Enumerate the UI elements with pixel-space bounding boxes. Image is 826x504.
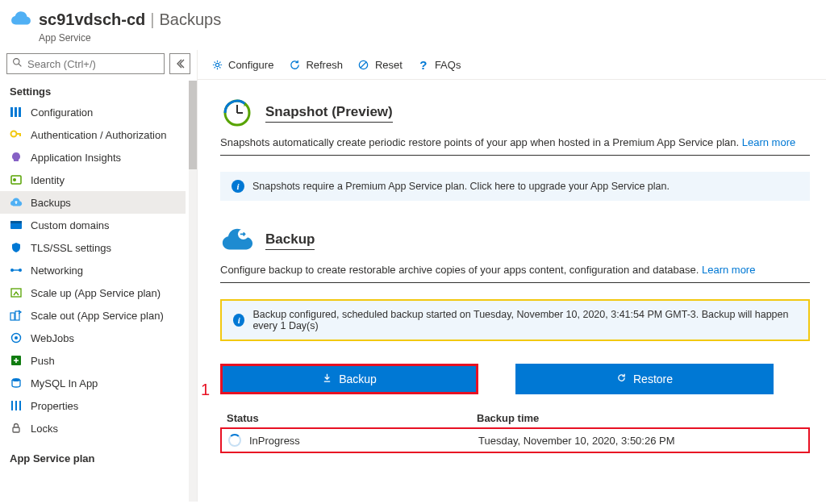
backup-info-text: Backup configured, scheduled backup star… [252,309,797,331]
resource-name: sc91vdsch-cd [39,10,145,29]
svg-rect-22 [11,401,13,410]
sidebar-section-settings: Settings [0,81,186,101]
svg-rect-25 [13,427,19,432]
sidebar-item-mysql[interactable]: MySQL In App [0,372,186,394]
sidebar-item-scaleup[interactable]: Scale up (App Service plan) [0,281,186,304]
restore-icon [616,373,627,385]
sidebar-item-label: Scale out (App Service plan) [31,310,164,322]
sidebar-item-properties[interactable]: Properties [0,394,186,417]
reset-button[interactable]: Reset [357,58,403,71]
sidebar-item-configuration[interactable]: Configuration [0,101,186,123]
configure-button[interactable]: Configure [211,58,273,71]
sidebar-item-scaleout[interactable]: Scale out (App Service plan) [0,304,186,327]
refresh-button[interactable]: Refresh [288,58,343,71]
snapshot-learn-more-link[interactable]: Learn more [742,136,795,148]
backup-info-bar: i Backup configured, scheduled backup st… [220,299,810,341]
shield-icon [10,241,23,254]
svg-rect-24 [19,401,21,410]
sidebar-item-locks[interactable]: Locks [0,417,186,439]
reset-icon [357,58,370,71]
backup-button[interactable]: Backup [220,364,478,394]
scaleout-icon [10,309,23,322]
backup-description: Configure backup to create restorable ar… [220,264,810,283]
tool-label: FAQs [435,59,461,71]
svg-line-1 [19,64,21,66]
question-icon: ? [417,58,430,71]
lock-icon [10,422,23,435]
status-value: InProgress [249,435,300,447]
sidebar-item-label: Custom domains [31,219,110,231]
svg-rect-11 [10,221,22,223]
search-input[interactable] [27,58,159,70]
sidebar-item-label: Configuration [31,106,93,119]
sidebar-item-appinsights[interactable]: Application Insights [0,146,186,169]
sidebar-section-appserviceplan: App Service plan [0,448,186,468]
collapse-sidebar-button[interactable] [169,53,190,74]
search-box[interactable] [6,53,165,74]
command-bar: Configure Refresh Reset ? FAQs [198,50,826,80]
sidebar-item-label: Networking [31,264,83,277]
table-row[interactable]: InProgress Tuesday, November 10, 2020, 3… [220,427,810,453]
search-icon [12,57,23,70]
backup-table: Status Backup time InProgress Tuesday, N… [220,409,810,453]
btn-label: Backup [339,373,377,385]
sidebar: Settings Configuration Authentication / … [0,50,198,502]
appinsights-icon [10,151,23,164]
sidebar-item-webjobs[interactable]: WebJobs [0,327,186,349]
btn-label: Restore [633,373,673,385]
properties-icon [10,399,23,412]
svg-rect-17 [15,311,19,320]
main-content: Configure Refresh Reset ? FAQs Snapshot [198,50,826,502]
sidebar-nav: Settings Configuration Authentication / … [0,81,187,502]
appservice-icon [10,8,32,31]
restore-button[interactable]: Restore [515,364,774,394]
tool-label: Reset [375,59,403,71]
sidebar-item-push[interactable]: Push [0,349,186,372]
snapshot-section-header: Snapshot (Preview) [220,96,810,130]
backup-title: Backup [265,231,315,250]
sidebar-item-label: WebJobs [31,332,74,344]
title-separator: | [150,10,154,29]
sidebar-item-label: TLS/SSL settings [31,242,111,254]
col-header-backup-time: Backup time [477,412,539,424]
mysql-icon [10,377,23,389]
svg-rect-7 [19,133,21,136]
cloud-backup-icon [220,223,254,257]
gear-icon [211,58,223,71]
download-icon [322,373,332,385]
sidebar-item-identity[interactable]: Identity [0,169,186,191]
svg-rect-4 [19,107,21,117]
sidebar-item-label: Locks [31,423,58,435]
svg-point-26 [215,63,219,66]
sidebar-item-label: Push [31,355,55,367]
svg-rect-2 [10,107,13,117]
page-header: sc91vdsch-cd | Backups [0,0,826,34]
resource-type: App Service [0,32,826,44]
svg-line-28 [361,61,367,68]
sidebar-item-auth[interactable]: Authentication / Authorization [0,123,186,146]
info-icon: i [232,180,244,193]
sidebar-item-networking[interactable]: Networking [0,259,186,281]
sidebar-item-label: Scale up (App Service plan) [31,287,161,299]
faqs-button[interactable]: ? FAQs [417,58,461,71]
info-icon: i [233,314,244,327]
snapshot-description: Snapshots automatically create periodic … [220,136,810,156]
domains-icon [10,219,23,231]
push-icon [10,354,23,367]
svg-point-21 [12,378,20,381]
svg-point-0 [14,59,19,65]
backup-icon [10,196,23,209]
backup-time-value: Tuesday, November 10, 2020, 3:50:26 PM [478,435,675,447]
svg-rect-23 [15,401,17,410]
sidebar-item-customdomains[interactable]: Custom domains [0,214,186,236]
sidebar-item-tlsssl[interactable]: TLS/SSL settings [0,236,186,259]
sidebar-item-label: Properties [31,400,78,412]
snapshot-info-bar[interactable]: i Snapshots require a Premium App Servic… [220,172,810,201]
sidebar-item-backups[interactable]: Backups [0,191,186,214]
col-header-status: Status [227,412,477,424]
sidebar-scrollbar[interactable] [187,81,197,502]
sidebar-item-label: Backups [31,197,71,209]
sidebar-item-label: MySQL In App [31,377,98,389]
refresh-icon [288,58,301,71]
backup-learn-more-link[interactable]: Learn more [702,264,755,276]
